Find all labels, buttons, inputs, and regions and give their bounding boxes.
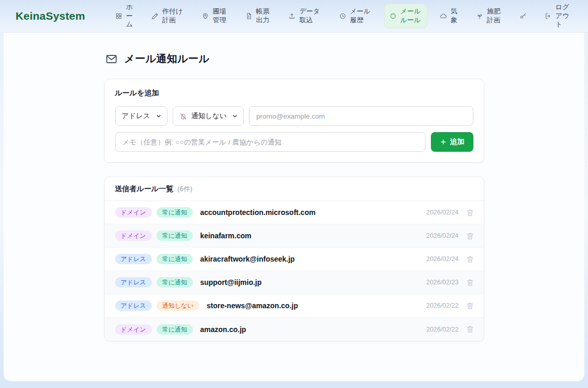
page-title: メール通知ルール bbox=[124, 52, 209, 66]
nav-item-data-import[interactable]: データ取込 bbox=[283, 4, 326, 28]
rule-action-badge: 常に通知 bbox=[157, 231, 193, 241]
rule-action-badge: 常に通知 bbox=[157, 207, 193, 218]
rule-type-badge: アドレス bbox=[115, 300, 152, 311]
nav-item-fertilization-plan[interactable]: 施肥計画 bbox=[471, 4, 507, 28]
rule-action-badge: 常に通知 bbox=[157, 254, 193, 264]
rule-action-select[interactable]: 通知しない bbox=[173, 106, 244, 126]
rule-type-badge: ドメイン bbox=[115, 324, 152, 335]
delete-rule-button[interactable] bbox=[466, 301, 474, 310]
delete-rule-button[interactable] bbox=[466, 278, 474, 287]
rule-row: ドメイン 常に通知 amazon.co.jp 2026/02/22 bbox=[105, 318, 484, 341]
rules-list-title: 送信者ルール一覧 bbox=[115, 184, 174, 194]
rule-action-badge: 常に通知 bbox=[157, 277, 193, 288]
brand-logo[interactable]: KeinaSystem bbox=[16, 10, 85, 22]
rule-date: 2026/02/22 bbox=[426, 302, 459, 309]
chevron-down-icon bbox=[156, 113, 162, 119]
pin-icon bbox=[202, 12, 209, 20]
rule-type-badge: ドメイン bbox=[115, 231, 152, 241]
trash-icon bbox=[466, 232, 474, 240]
rule-row: アドレス 常に通知 akiracraftwork@infoseek.jp 202… bbox=[105, 248, 484, 271]
nav-item-label: 施肥計画 bbox=[487, 7, 501, 25]
nav-item-key[interactable] bbox=[514, 9, 532, 23]
trash-icon bbox=[466, 255, 474, 264]
add-rule-row-2: 追加 bbox=[115, 132, 473, 152]
trash-icon bbox=[466, 278, 474, 287]
rule-row-right: 2026/02/24 bbox=[426, 232, 474, 240]
delete-rule-button[interactable] bbox=[466, 232, 474, 240]
rules-list-count: (6件) bbox=[177, 184, 192, 194]
file-icon bbox=[245, 12, 253, 20]
key-icon bbox=[520, 12, 527, 20]
rule-row-right: 2026/02/23 bbox=[426, 278, 474, 287]
add-rule-card: ルールを追加 アドレス 通知しない bbox=[104, 79, 484, 163]
rule-date: 2026/02/24 bbox=[426, 232, 459, 239]
nav-item-label: 帳票出力 bbox=[256, 7, 271, 25]
add-rule-button[interactable]: 追加 bbox=[431, 132, 473, 152]
app-root: KeinaSystem ホーム作付け計画圃場管理帳票出力データ取込メール履歴メー… bbox=[0, 0, 588, 381]
rule-type-badge: ドメイン bbox=[115, 207, 152, 218]
rule-value: amazon.co.jp bbox=[200, 325, 246, 334]
rule-value: support@iijmio.jp bbox=[200, 278, 262, 286]
nav-item-field-management[interactable]: 圃場管理 bbox=[197, 4, 232, 28]
nav-item-label: 気象 bbox=[451, 7, 458, 25]
add-rule-button-label: 追加 bbox=[450, 137, 465, 147]
rule-row: アドレス 常に通知 support@iijmio.jp 2026/02/23 bbox=[105, 271, 484, 294]
nav-item-mail-history[interactable]: メール履歴 bbox=[334, 4, 377, 28]
pencil-icon bbox=[151, 12, 159, 20]
logout-icon bbox=[544, 12, 552, 20]
delete-rule-button[interactable] bbox=[466, 208, 474, 217]
rule-action-select-value: 通知しない bbox=[191, 111, 227, 121]
rule-row-right: 2026/02/24 bbox=[426, 208, 474, 217]
rule-type-select-value: アドレス bbox=[122, 111, 150, 121]
rules-list-card: 送信者ルール一覧 (6件) ドメイン 常に通知 accountprotectio… bbox=[104, 177, 484, 341]
plus-icon bbox=[440, 138, 447, 146]
address-input[interactable] bbox=[249, 106, 473, 126]
rule-row-right: 2026/02/22 bbox=[426, 301, 474, 310]
nav-item-mail-rules[interactable]: メールルール bbox=[384, 4, 427, 28]
rule-action-badge: 常に通知 bbox=[157, 324, 193, 335]
rule-value: keinafarm.com bbox=[200, 232, 251, 240]
rules-rows: ドメイン 常に通知 accountprotection.microsoft.co… bbox=[105, 201, 484, 341]
nav-item-label: メール履歴 bbox=[350, 7, 372, 25]
rule-row-right: 2026/02/22 bbox=[426, 325, 474, 334]
nav-item-planting-plan[interactable]: 作付け計画 bbox=[146, 4, 189, 28]
rule-type-badge: アドレス bbox=[115, 277, 152, 288]
rule-row: アドレス 通知しない store-news@amazon.co.jp 2026/… bbox=[105, 294, 484, 318]
nav-item-label: 圃場管理 bbox=[213, 7, 227, 25]
add-rule-row-1: アドレス 通知しない bbox=[115, 106, 473, 126]
nav-item-label: メールルール bbox=[400, 7, 422, 25]
add-rule-card-title: ルールを追加 bbox=[115, 89, 473, 98]
nav-item-home[interactable]: ホーム bbox=[110, 0, 138, 33]
page-header: メール通知ルール bbox=[104, 52, 484, 66]
rule-row: ドメイン 常に通知 keinafarm.com 2026/02/24 bbox=[105, 224, 484, 248]
bell-muted-icon bbox=[179, 112, 187, 120]
rule-type-select[interactable]: アドレス bbox=[115, 106, 167, 126]
history-icon bbox=[339, 12, 346, 20]
nav-item-label: 作付け計画 bbox=[162, 7, 184, 25]
rule-value: accountprotection.microsoft.com bbox=[200, 208, 315, 217]
rule-date: 2026/02/22 bbox=[426, 326, 459, 333]
rule-date: 2026/02/24 bbox=[426, 255, 459, 263]
main-surface: メール通知ルール ルールを追加 アドレス 通知しない bbox=[4, 33, 584, 381]
rule-type-badge: アドレス bbox=[115, 254, 152, 264]
rule-action-badge: 通知しない bbox=[157, 300, 200, 311]
rule-row: ドメイン 常に通知 accountprotection.microsoft.co… bbox=[105, 201, 484, 224]
nav-item-report-output[interactable]: 帳票出力 bbox=[240, 4, 276, 28]
trash-icon bbox=[466, 208, 474, 217]
cloud-icon bbox=[440, 12, 447, 20]
nav-item-label: データ取込 bbox=[299, 7, 321, 25]
rule-date: 2026/02/24 bbox=[426, 209, 459, 216]
grid-icon bbox=[115, 12, 122, 20]
nav-item-logout[interactable]: ログアウト bbox=[539, 0, 576, 33]
rules-list-header: 送信者ルール一覧 (6件) bbox=[105, 177, 484, 201]
rule-row-right: 2026/02/24 bbox=[426, 255, 474, 264]
main-nav: ホーム作付け計画圃場管理帳票出力データ取込メール履歴メールルール気象施肥計画ログ… bbox=[110, 0, 576, 33]
delete-rule-button[interactable] bbox=[466, 255, 474, 264]
nav-item-weather[interactable]: 気象 bbox=[435, 4, 463, 28]
trash-icon bbox=[466, 301, 474, 310]
upload-icon bbox=[288, 12, 296, 20]
nav-item-label: ホーム bbox=[126, 3, 133, 30]
delete-rule-button[interactable] bbox=[466, 325, 474, 334]
rule-value: akiracraftwork@infoseek.jp bbox=[200, 255, 295, 263]
memo-input[interactable] bbox=[115, 132, 426, 152]
